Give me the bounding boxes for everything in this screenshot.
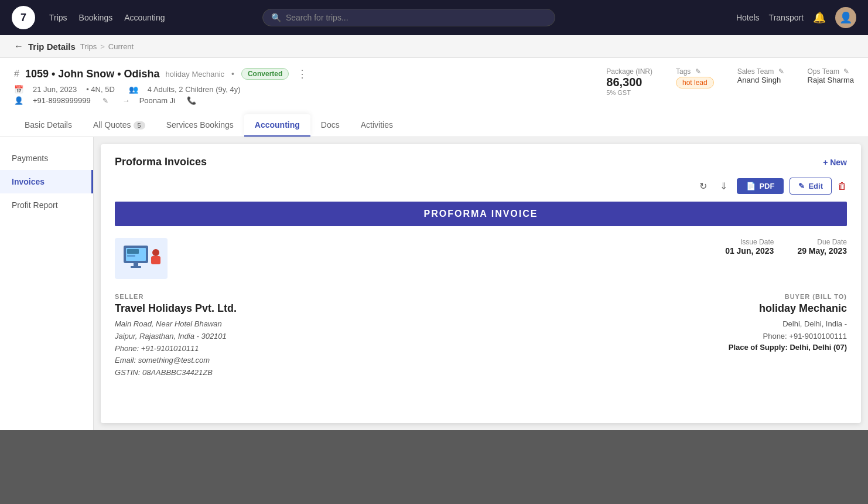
trip-hash-symbol: #: [14, 69, 19, 79]
ops-person-name: Rajat Sharma: [808, 76, 854, 84]
buyer-block: BUYER (BILL TO) holiday Mechanic Delhi, …: [729, 293, 847, 379]
trip-card: # 1059 • John Snow • Odisha holiday Mech…: [0, 58, 868, 137]
top-navigation: 7 Trips Bookings Accounting 🔍 Hotels Tra…: [0, 0, 868, 35]
seller-name: Travel Holidays Pvt. Ltd.: [115, 302, 237, 315]
refresh-button[interactable]: ↻: [696, 178, 710, 194]
seller-gstin: GSTIN: 08AABBBC34421ZB: [115, 367, 237, 379]
invoice-actions: ↻ ⇓ 📄 PDF ✎ Edit 🗑: [115, 178, 847, 195]
seller-role-label: SELLER: [115, 293, 237, 300]
due-date-label: Due Date: [797, 238, 847, 246]
search-bar[interactable]: 🔍: [262, 9, 555, 26]
seller-email: Email: something@test.com: [115, 355, 237, 367]
pdf-icon: 📄: [746, 182, 756, 190]
accounting-sidebar: Payments Invoices Profit Report: [0, 137, 94, 430]
edit-sales-icon[interactable]: ✎: [778, 67, 784, 76]
package-value: 86,300: [606, 76, 652, 89]
new-proforma-button[interactable]: + New: [823, 158, 847, 167]
user-avatar[interactable]: 👤: [835, 7, 856, 28]
back-button[interactable]: ←: [14, 41, 23, 52]
trip-contact-row: 👤 +91-8998999999 ✎ → Poonam Ji 📞: [14, 96, 606, 105]
edit-tags-icon[interactable]: ✎: [695, 67, 701, 76]
delete-button[interactable]: 🗑: [838, 181, 847, 192]
quotes-count: 5: [134, 121, 145, 130]
sidebar-item-invoices[interactable]: Invoices: [0, 170, 93, 193]
more-options-button[interactable]: ⋮: [295, 67, 310, 80]
ops-team-block: Ops Team ✎ Rajat Sharma: [808, 67, 854, 84]
sidebar-item-payments[interactable]: Payments: [0, 147, 93, 170]
trip-source: holiday Mechanic: [166, 70, 224, 79]
invoice-parties: SELLER Travel Holidays Pvt. Ltd. Main Ro…: [115, 293, 847, 379]
nav-hotels[interactable]: Hotels: [736, 13, 760, 22]
issue-date-label: Issue Date: [725, 238, 774, 246]
tab-basic-details[interactable]: Basic Details: [14, 114, 83, 137]
nav-trips[interactable]: Trips: [49, 11, 67, 25]
page-title: Trip Details: [28, 42, 76, 52]
proforma-panel: Proforma Invoices + New ↻ ⇓ 📄 PDF ✎ Edit…: [101, 144, 861, 423]
tab-activities[interactable]: Activities: [350, 114, 404, 137]
svg-rect-8: [127, 255, 135, 257]
package-info-block: Package (INR) 86,300 5% GST: [606, 67, 652, 96]
pdf-button[interactable]: 📄 PDF: [737, 178, 784, 194]
buyer-supply: Place of Supply: Delhi, Delhi (07): [729, 343, 847, 352]
ops-team-label: Ops Team ✎: [808, 67, 854, 76]
sales-team-block: Sales Team ✎ Anand Singh: [737, 67, 784, 84]
edit-ops-icon[interactable]: ✎: [843, 67, 849, 76]
breadcrumb-current: Current: [108, 42, 134, 51]
tags-label: Tags ✎: [676, 67, 714, 76]
arrow-icon: →: [122, 96, 130, 105]
company-logo: [115, 238, 168, 279]
app-logo: 7: [12, 6, 35, 29]
trip-right-info: Package (INR) 86,300 5% GST Tags ✎ hot l…: [606, 67, 854, 96]
hot-lead-tag: hot lead: [676, 77, 714, 88]
buyer-city: Delhi, Delhi, India -: [729, 318, 847, 331]
person-icon: 👤: [14, 96, 23, 105]
trip-duration: • 4N, 5D: [86, 85, 115, 94]
notifications-bell[interactable]: 🔔: [813, 11, 826, 24]
top-right-actions: Hotels Transport 🔔 👤: [736, 7, 856, 28]
proforma-title: Proforma Invoices: [115, 156, 207, 168]
edit-button[interactable]: ✎ Edit: [790, 178, 832, 195]
calendar-icon: 📅: [14, 85, 23, 94]
call-icon[interactable]: 📞: [187, 96, 196, 105]
download-button[interactable]: ⇓: [716, 178, 731, 194]
issue-date-block: Issue Date 01 Jun, 2023: [725, 238, 774, 256]
tab-all-quotes[interactable]: All Quotes5: [83, 114, 156, 137]
edit-phone-icon[interactable]: ✎: [102, 97, 108, 105]
svg-rect-7: [127, 249, 139, 254]
seller-block: SELLER Travel Holidays Pvt. Ltd. Main Ro…: [115, 293, 237, 379]
search-input[interactable]: [286, 13, 546, 22]
status-badge: Converted: [241, 68, 289, 80]
trip-phone: +91-8998999999: [33, 96, 91, 105]
edit-icon: ✎: [798, 182, 805, 190]
buyer-name: holiday Mechanic: [729, 302, 847, 315]
dot-separator: •: [231, 69, 234, 79]
nav-links: Trips Bookings Accounting: [49, 11, 165, 25]
trip-meta-row: 📅 21 Jun, 2023 • 4N, 5D 👥 4 Adults, 2 Ch…: [14, 85, 606, 94]
seller-address: Main Road, Near Hotel Bhawan: [115, 318, 237, 331]
trip-header-row: # 1059 • John Snow • Odisha holiday Mech…: [14, 67, 606, 80]
svg-rect-4: [131, 266, 141, 268]
due-date-value: 29 May, 2023: [797, 246, 847, 256]
tab-services-bookings[interactable]: Services Bookings: [156, 114, 244, 137]
nav-accounting[interactable]: Accounting: [124, 11, 165, 25]
due-date-block: Due Date 29 May, 2023: [797, 238, 847, 256]
subheader: ← Trip Details Trips > Current: [0, 35, 868, 58]
issue-date-value: 01 Jun, 2023: [725, 246, 774, 256]
invoice-banner: PROFORMA INVOICE: [115, 202, 847, 226]
sales-person-name: Anand Singh: [737, 76, 784, 84]
tab-docs[interactable]: Docs: [310, 114, 350, 137]
tab-accounting[interactable]: Accounting: [244, 114, 310, 137]
invoice-dates: Issue Date 01 Jun, 2023 Due Date 29 May,…: [725, 238, 847, 256]
invoice-top: Issue Date 01 Jun, 2023 Due Date 29 May,…: [115, 238, 847, 279]
sidebar-item-profit-report[interactable]: Profit Report: [0, 193, 93, 217]
svg-rect-6: [151, 256, 160, 264]
trip-date: 21 Jun, 2023: [33, 85, 77, 94]
nav-bookings[interactable]: Bookings: [79, 11, 113, 25]
guests-icon: 👥: [129, 85, 138, 94]
trip-guests: 4 Adults, 2 Children (9y, 4y): [148, 85, 241, 94]
breadcrumb-trips[interactable]: Trips: [80, 42, 97, 51]
trip-transfer: Poonam Ji: [139, 96, 175, 105]
nav-transport[interactable]: Transport: [769, 13, 804, 22]
package-label: Package (INR): [606, 67, 652, 76]
breadcrumb: Trips > Current: [80, 42, 134, 51]
